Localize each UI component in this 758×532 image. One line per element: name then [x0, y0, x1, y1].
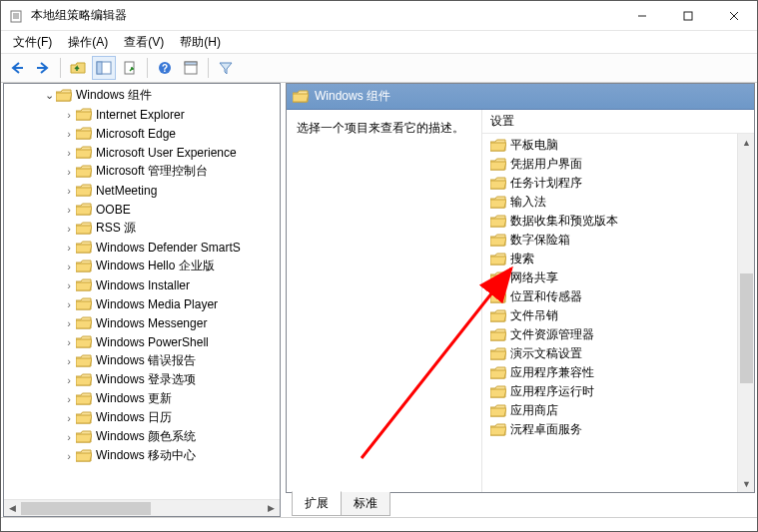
chevron-right-icon[interactable]: › [62, 166, 76, 178]
tree-item-label: NetMeeting [96, 184, 157, 198]
list-item[interactable]: 凭据用户界面 [490, 155, 754, 174]
tree-item[interactable]: ›Windows 错误报告 [4, 351, 280, 370]
maximize-button[interactable] [665, 1, 711, 30]
filter-button[interactable] [214, 56, 238, 80]
chevron-right-icon[interactable]: › [62, 393, 76, 405]
tree-item[interactable]: ›Microsoft Edge [4, 124, 280, 143]
svg-rect-11 [97, 62, 102, 74]
chevron-right-icon[interactable]: › [62, 204, 76, 216]
folder-icon [76, 316, 92, 330]
tree-item[interactable]: ›RSS 源 [4, 219, 280, 238]
list-item[interactable]: 沅程卓面服务 [490, 420, 754, 439]
menu-help[interactable]: 帮助(H) [172, 31, 229, 54]
folder-icon [76, 373, 92, 387]
chevron-right-icon[interactable]: › [62, 374, 76, 386]
scroll-down-icon[interactable]: ▼ [738, 475, 754, 492]
tree-item[interactable]: ›Windows 登录选项 [4, 370, 280, 389]
back-button[interactable] [5, 56, 29, 80]
list-item[interactable]: 平板电脑 [490, 136, 754, 155]
scroll-thumb-h[interactable] [21, 502, 151, 515]
forward-button[interactable] [31, 56, 55, 80]
list-item[interactable]: 应用程序兼容性 [490, 363, 754, 382]
tree-item[interactable]: ›Windows 移动中心 [4, 446, 280, 465]
tree-item[interactable]: ›Windows Defender SmartS [4, 238, 280, 257]
tabs-strip: 扩展 标准 [286, 493, 755, 517]
right-v-scrollbar[interactable]: ▲ ▼ [737, 134, 754, 492]
tree-item[interactable]: ›Windows Hello 企业版 [4, 257, 280, 275]
tree-item-label: Windows 颜色系统 [96, 428, 196, 445]
chevron-right-icon[interactable]: › [62, 128, 76, 140]
export-list-button[interactable] [118, 56, 142, 80]
list-item[interactable]: 数字保险箱 [490, 231, 754, 250]
tree-item[interactable]: ›OOBE [4, 200, 280, 219]
list-item[interactable]: 应用程序运行时 [490, 382, 754, 401]
tree-item-root[interactable]: ⌄Windows 组件 [4, 86, 280, 105]
list-item[interactable]: 应用商店 [490, 401, 754, 420]
chevron-right-icon[interactable]: › [62, 317, 76, 329]
list-item[interactable]: 文件资源管理器 [490, 325, 754, 344]
tree-item[interactable]: ›Windows 更新 [4, 389, 280, 408]
list-item[interactable]: 演示文稿设置 [490, 344, 754, 363]
tree-item-label: Windows Media Player [96, 297, 218, 311]
chevron-right-icon[interactable]: › [62, 450, 76, 462]
close-button[interactable] [711, 1, 757, 30]
chevron-right-icon[interactable]: › [62, 242, 76, 254]
tree-item[interactable]: ›Internet Explorer [4, 105, 280, 124]
tab-extended[interactable]: 扩展 [292, 491, 342, 516]
tree-item[interactable]: ›Microsoft User Experience [4, 143, 280, 162]
tree-item[interactable]: ›Windows Media Player [4, 294, 280, 313]
up-folder-button[interactable] [66, 56, 90, 80]
settings-list-body[interactable]: 平板电脑凭据用户界面任务计划程序输入法数据收集和预览版本数字保险箱搜索网络共享位… [482, 134, 754, 492]
tree-item-label: Windows 日历 [96, 409, 172, 426]
folder-icon [490, 309, 506, 323]
chevron-right-icon[interactable]: › [62, 298, 76, 310]
statusbar [1, 517, 757, 531]
chevron-right-icon[interactable]: › [62, 355, 76, 367]
folder-icon [76, 203, 92, 217]
list-item-label: 演示文稿设置 [510, 345, 582, 362]
scroll-thumb-v[interactable] [740, 273, 753, 383]
settings-column-header[interactable]: 设置 [482, 110, 754, 134]
list-item[interactable]: 数据收集和预览版本 [490, 212, 754, 231]
help-button[interactable]: ? [153, 56, 177, 80]
tree-body[interactable]: ⌄Windows 组件›Internet Explorer›Microsoft … [4, 84, 280, 499]
list-item[interactable]: 搜索 [490, 250, 754, 268]
tree-item[interactable]: ›NetMeeting [4, 181, 280, 200]
menu-action-label: 操作(A) [68, 35, 108, 49]
scroll-up-icon[interactable]: ▲ [738, 134, 754, 151]
tree-h-scrollbar[interactable]: ◀ ▶ [4, 499, 280, 516]
tree-item[interactable]: ›Windows Messenger [4, 313, 280, 332]
chevron-right-icon[interactable]: › [62, 147, 76, 159]
chevron-right-icon[interactable]: › [62, 109, 76, 121]
tree-item[interactable]: ›Windows 日历 [4, 408, 280, 427]
show-hide-tree-button[interactable] [92, 56, 116, 80]
list-item[interactable]: 任务计划程序 [490, 174, 754, 193]
chevron-right-icon[interactable]: › [62, 223, 76, 235]
chevron-down-icon[interactable]: ⌄ [42, 89, 56, 102]
chevron-right-icon[interactable]: › [62, 431, 76, 443]
properties-button[interactable] [179, 56, 203, 80]
chevron-right-icon[interactable]: › [62, 279, 76, 291]
menu-view[interactable]: 查看(V) [116, 31, 172, 54]
menu-file[interactable]: 文件(F) [5, 31, 60, 54]
minimize-button[interactable] [619, 1, 665, 30]
scroll-right-icon[interactable]: ▶ [263, 500, 280, 517]
folder-icon [490, 253, 506, 266]
menu-action[interactable]: 操作(A) [60, 31, 116, 54]
scroll-left-icon[interactable]: ◀ [4, 500, 21, 517]
chevron-right-icon[interactable]: › [62, 336, 76, 348]
chevron-right-icon[interactable]: › [62, 261, 76, 272]
right-header: Windows 组件 [287, 84, 754, 110]
tree-item[interactable]: ›Microsoft 管理控制台 [4, 162, 280, 181]
tab-standard[interactable]: 标准 [341, 492, 390, 516]
chevron-right-icon[interactable]: › [62, 412, 76, 424]
list-item[interactable]: 输入法 [490, 193, 754, 212]
list-item[interactable]: 位置和传感器 [490, 287, 754, 306]
chevron-right-icon[interactable]: › [62, 185, 76, 197]
tree-item[interactable]: ›Windows 颜色系统 [4, 427, 280, 446]
list-item[interactable]: 文件吊销 [490, 306, 754, 325]
list-item[interactable]: 网络共享 [490, 268, 754, 287]
tree-item[interactable]: ›Windows Installer [4, 275, 280, 294]
list-item-label: 平板电脑 [510, 137, 558, 154]
tree-item[interactable]: ›Windows PowerShell [4, 332, 280, 351]
